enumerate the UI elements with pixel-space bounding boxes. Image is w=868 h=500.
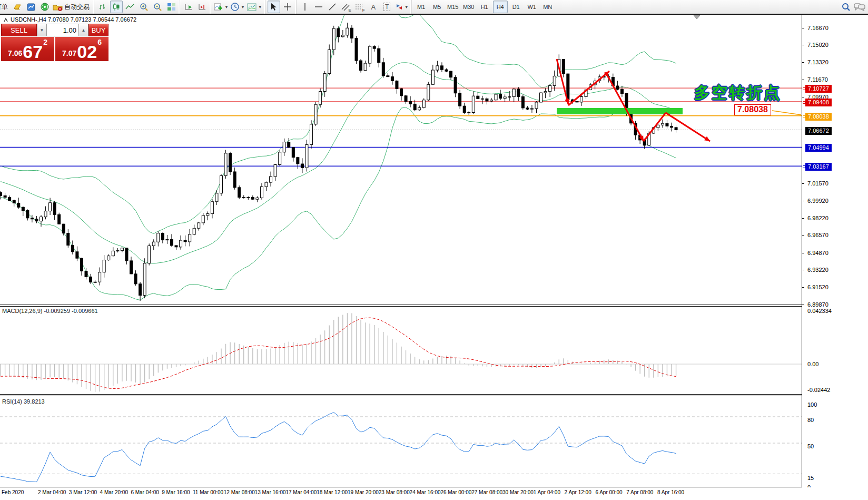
chart-window: USDCNH-,H4 7.07080 7.07123 7.06544 7.066…: [0, 14, 868, 500]
time-axis-label: 30 Mar 20:00: [502, 489, 534, 495]
chat-icon[interactable]: [853, 1, 866, 13]
horizontal-line-tool[interactable]: [312, 1, 325, 13]
chevron-down-icon: ▼: [224, 5, 229, 9]
fibo-sub-label: F: [362, 8, 365, 13]
timeframe-h4[interactable]: H4: [493, 1, 508, 13]
zoom-out-icon[interactable]: [151, 1, 164, 13]
time-axis-label: 7 Apr 08:00: [626, 489, 653, 495]
timeframe-m15[interactable]: M15: [446, 1, 460, 13]
axis-tick-mark: [802, 97, 804, 97]
time-axis-label: 2 Apr 12:00: [565, 489, 591, 495]
main-toolbar: 订单 自动交易: [0, 0, 868, 14]
time-axis[interactable]: Feb 20202 Mar 04:003 Mar 12:004 Mar 20:0…: [0, 487, 868, 500]
rsi-axis-label: 15: [807, 475, 814, 481]
trendline-tool[interactable]: [326, 1, 339, 13]
timeframe-w1[interactable]: W1: [525, 1, 539, 13]
deposit-icon[interactable]: [11, 1, 24, 13]
axis-tick-label: 6.93220: [807, 267, 828, 273]
tile-windows-icon[interactable]: [165, 1, 177, 13]
text-tool-label: A: [371, 3, 376, 11]
macd-axis-label: 0.042334: [807, 308, 832, 314]
time-axis-label: 24 Mar 16:00: [410, 489, 441, 495]
time-axis-label: 13 Mar 16:00: [255, 489, 286, 495]
bar-chart-icon[interactable]: [96, 1, 109, 13]
zoom-in-icon[interactable]: [137, 1, 150, 13]
panel-separator[interactable]: [0, 305, 868, 305]
timeframe-m5[interactable]: M5: [430, 1, 445, 13]
chevron-down-icon: ▼: [258, 5, 262, 9]
indicators-icon[interactable]: ▼: [213, 1, 229, 13]
sell-button[interactable]: SELL: [1, 24, 37, 36]
time-axis-label: 6 Mar 04:00: [131, 489, 159, 495]
level-drag-handle[interactable]: [803, 165, 805, 168]
autotrading-button[interactable]: 自动交易: [52, 1, 92, 13]
channel-tool[interactable]: E: [340, 1, 352, 13]
timeframe-h1[interactable]: H1: [477, 1, 492, 13]
timeframe-d1[interactable]: D1: [509, 1, 524, 13]
level-drag-handle[interactable]: [803, 87, 805, 90]
macd-axis-label: 0.00: [807, 361, 818, 367]
price-chart[interactable]: [0, 15, 802, 487]
new-order-button[interactable]: 订单: [0, 1, 10, 13]
timeframe-mn[interactable]: MN: [540, 1, 555, 13]
panel-separator[interactable]: [0, 396, 868, 396]
volume-increase-button[interactable]: ▲: [78, 24, 88, 36]
buy-button[interactable]: BUY: [88, 24, 108, 36]
rsi-label: RSI(14) 39.8213: [2, 398, 45, 405]
reports-icon[interactable]: [25, 1, 37, 13]
level-drag-handle[interactable]: [803, 101, 805, 104]
arrows-tool[interactable]: ▼: [394, 1, 409, 13]
new-order-label: 订单: [0, 3, 8, 12]
volume-decrease-button[interactable]: ▼: [37, 24, 47, 36]
one-click-trading-panel: SELL ▼ ▲ BUY 7.06 67 2 7.07 02 6: [1, 24, 108, 61]
axis-tick-label: 7.15020: [807, 42, 828, 48]
time-axis-label: 23 Mar 08:00: [379, 489, 410, 495]
fibonacci-tool[interactable]: F: [353, 1, 366, 13]
vertical-line-tool[interactable]: [299, 1, 311, 13]
macd-value-signal: -0.009661: [72, 308, 98, 314]
templates-icon[interactable]: ▼: [246, 1, 263, 13]
signals-icon[interactable]: [38, 1, 51, 13]
axis-tick-mark: [802, 80, 804, 80]
buy-price-box[interactable]: 7.07 02 6: [55, 37, 108, 61]
search-icon[interactable]: [840, 1, 852, 13]
auto-scroll-icon[interactable]: [182, 1, 195, 13]
timeframe-m1[interactable]: M1: [414, 1, 429, 13]
timeframe-m30[interactable]: M30: [461, 1, 476, 13]
axis-tick-label: 6.91520: [807, 284, 828, 290]
cursor-tool[interactable]: [268, 1, 280, 13]
axis-tick-label: 6.89870: [807, 301, 828, 308]
line-chart-icon[interactable]: [124, 1, 136, 13]
price-level-badge: 7.04994: [805, 144, 832, 152]
panel-separator[interactable]: [0, 306, 868, 307]
candlestick-chart-icon[interactable]: [110, 1, 123, 13]
price-level-badge: 7.08038: [805, 113, 832, 121]
buy-price-small: 7.07: [62, 49, 76, 57]
rsi-axis-label: 100: [807, 401, 817, 408]
volume-input[interactable]: [47, 24, 78, 36]
axis-tick-mark: [802, 305, 804, 305]
periods-icon[interactable]: ▼: [230, 1, 245, 13]
axis-tick-mark: [802, 235, 804, 236]
time-axis-label: 1 Apr 04:00: [534, 489, 560, 495]
time-axis-label: 11 Mar 00:00: [193, 489, 223, 495]
level-drag-handle[interactable]: [803, 115, 805, 118]
crosshair-tool[interactable]: [281, 1, 294, 13]
axis-tick-label: 7.11670: [807, 76, 828, 83]
time-axis-label: 2 Mar 04:00: [38, 489, 66, 495]
text-label-tool[interactable]: T: [381, 1, 393, 13]
axis-tick-mark: [802, 45, 804, 45]
chart-shift-icon[interactable]: [196, 1, 209, 13]
price-axis[interactable]: 7.166707.150207.133207.116707.099707.015…: [802, 15, 868, 500]
panel-separator[interactable]: [0, 394, 868, 395]
text-tool[interactable]: A: [367, 1, 380, 13]
axis-tick-mark: [802, 270, 804, 270]
bull-bear-turning-point-annotation: 多空转折点: [694, 82, 781, 104]
sell-price-box[interactable]: 7.06 67 2: [1, 37, 54, 61]
time-axis-label: 6 Apr 00:00: [595, 489, 622, 495]
macd-value-main: -0.009259: [44, 308, 70, 314]
axis-tick-label: 6.96570: [807, 232, 828, 238]
axis-tick-label: 6.98220: [807, 215, 828, 221]
rsi-axis-label: 50: [807, 443, 814, 449]
price-level-badge: 7.09408: [805, 99, 832, 106]
